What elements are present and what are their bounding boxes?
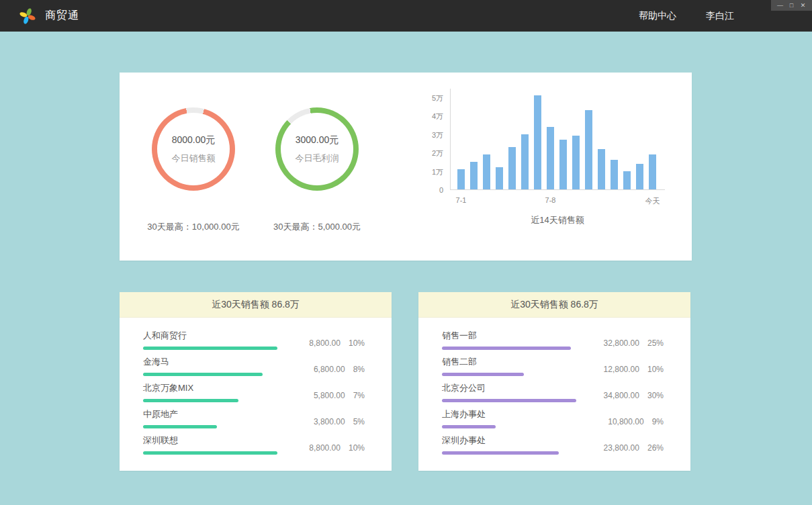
y-tick-label: 2万 <box>432 149 443 157</box>
percent-value: 25% <box>647 338 664 348</box>
amount-value: 34,800.00 <box>604 391 639 400</box>
maximize-icon[interactable]: □ <box>786 0 797 11</box>
progress-bar <box>143 373 263 376</box>
entity-name: 销售一部 <box>442 330 576 342</box>
progress-bar <box>442 451 559 455</box>
chart-bar <box>623 171 631 189</box>
amount-value: 8,800.00 <box>309 338 341 348</box>
chart-bar <box>483 154 490 189</box>
chart-bar <box>636 164 643 189</box>
amount-value: 6,800.00 <box>314 365 345 374</box>
chart-title: 近14天销售额 <box>450 214 665 226</box>
today-profit-block: 3000.00元 今日毛利润 30天最高：5,000.00元 <box>255 73 379 261</box>
percent-value: 30% <box>647 391 664 400</box>
chart-bar <box>457 169 465 189</box>
y-tick-label: 4万 <box>432 112 443 120</box>
chart-bar <box>598 149 605 189</box>
list-item: 深圳办事处23,800.0026% <box>442 431 664 457</box>
progress-bar <box>143 451 277 455</box>
list-item: 中原地产3,800.005% <box>143 405 365 431</box>
customer-sales-card: 近30天销售额 86.8万 人和商贸行8,800.0010%金海马6,800.0… <box>120 292 392 471</box>
list-item: 人和商贸行8,800.0010% <box>143 326 365 353</box>
progress-bar <box>442 425 496 428</box>
department-sales-list: 销售一部32,800.0025%销售二部12,800.0010%北京分公司34,… <box>418 318 690 457</box>
percent-value: 9% <box>652 417 664 426</box>
entity-name: 金海马 <box>143 356 277 368</box>
today-profit-max: 30天最高：5,000.00元 <box>273 221 361 233</box>
chart-bar <box>649 154 656 189</box>
entity-name: 深圳联想 <box>143 434 277 447</box>
list-item: 销售二部12,800.0010% <box>442 353 664 379</box>
list-item: 北京分公司34,800.0030% <box>442 379 664 405</box>
percent-value: 8% <box>353 365 365 374</box>
today-sales-block: 8000.00元 今日销售额 30天最高：10,000.00元 <box>132 73 255 261</box>
department-sales-title: 近30天销售额 86.8万 <box>418 292 690 318</box>
amount-value: 10,800.00 <box>608 417 643 426</box>
department-sales-card: 近30天销售额 86.8万 销售一部32,800.0025%销售二部12,800… <box>418 292 690 471</box>
y-tick-label: 0 <box>439 186 443 194</box>
amount-value: 3,800.00 <box>314 417 345 426</box>
progress-bar <box>442 347 571 350</box>
x-tick-label: 今天 <box>645 196 660 206</box>
entity-name: 北京万象MIX <box>143 382 277 394</box>
sales-bar-chart: 5万4万3万2万1万0 7-17-8今天 近14天销售额 <box>379 73 692 261</box>
chart-bar <box>572 136 580 189</box>
today-sales-ring: 8000.00元 今日销售额 <box>152 107 235 191</box>
percent-value: 10% <box>647 365 664 374</box>
today-profit-ring: 3000.00元 今日毛利润 <box>275 107 359 191</box>
entity-name: 上海办事处 <box>442 408 576 420</box>
percent-value: 10% <box>349 338 365 348</box>
chart-bar <box>611 160 618 189</box>
chart-bar <box>559 140 567 189</box>
customer-sales-list: 人和商贸行8,800.0010%金海马6,800.008%北京万象MIX5,80… <box>120 318 392 457</box>
chart-bar <box>496 167 503 189</box>
close-icon[interactable]: ✕ <box>797 0 809 11</box>
chart-bar <box>534 95 541 189</box>
progress-bar <box>442 373 524 376</box>
y-axis: 5万4万3万2万1万0 <box>379 89 450 190</box>
list-item: 销售一部32,800.0025% <box>442 326 664 353</box>
minimize-icon[interactable]: — <box>774 0 786 11</box>
chart-bar <box>521 134 529 189</box>
topbar-links: 帮助中心 李白江 <box>639 10 734 22</box>
bar-plot <box>450 89 665 190</box>
app-logo-icon <box>19 7 36 25</box>
today-profit-label: 今日毛利润 <box>296 152 339 165</box>
dashboard: 8000.00元 今日销售额 30天最高：10,000.00元 3000.00元… <box>0 32 812 471</box>
amount-value: 12,800.00 <box>604 365 639 374</box>
topbar: 商贸通 帮助中心 李白江 — □ ✕ <box>0 0 812 32</box>
window-controls: — □ ✕ <box>771 0 812 11</box>
customer-sales-title: 近30天销售额 86.8万 <box>120 292 392 318</box>
y-tick-label: 5万 <box>432 94 443 102</box>
list-item: 上海办事处10,800.009% <box>442 405 664 431</box>
progress-bar <box>143 425 217 428</box>
x-axis: 7-17-8今天 <box>450 190 665 206</box>
today-sales-max: 30天最高：10,000.00元 <box>147 221 239 233</box>
entity-name: 深圳办事处 <box>442 434 576 447</box>
amount-value: 32,800.00 <box>604 338 639 348</box>
entity-name: 人和商贸行 <box>143 330 277 342</box>
amount-value: 5,800.00 <box>314 391 345 400</box>
list-item: 北京万象MIX5,800.007% <box>143 379 365 405</box>
today-profit-value: 3000.00元 <box>296 134 339 146</box>
chart-bar <box>470 162 478 189</box>
x-tick-label: 7-1 <box>456 196 467 204</box>
amount-value: 23,800.00 <box>604 443 639 453</box>
chart-bar <box>585 110 592 189</box>
percent-value: 10% <box>349 443 365 453</box>
percent-value: 7% <box>353 391 365 400</box>
y-tick-label: 1万 <box>432 168 443 176</box>
percent-value: 5% <box>353 417 365 426</box>
user-menu[interactable]: 李白江 <box>706 10 734 22</box>
help-center-link[interactable]: 帮助中心 <box>639 10 676 22</box>
progress-bar <box>143 399 238 402</box>
ranking-lists: 近30天销售额 86.8万 人和商贸行8,800.0010%金海马6,800.0… <box>120 292 812 471</box>
summary-card: 8000.00元 今日销售额 30天最高：10,000.00元 3000.00元… <box>120 73 692 261</box>
today-sales-label: 今日销售额 <box>172 152 216 165</box>
entity-name: 销售二部 <box>442 356 576 368</box>
y-tick-label: 3万 <box>432 131 443 139</box>
chart-bar <box>508 147 516 189</box>
progress-bar <box>143 347 277 350</box>
list-item: 金海马6,800.008% <box>143 353 365 379</box>
list-item: 深圳联想8,800.0010% <box>143 431 365 457</box>
